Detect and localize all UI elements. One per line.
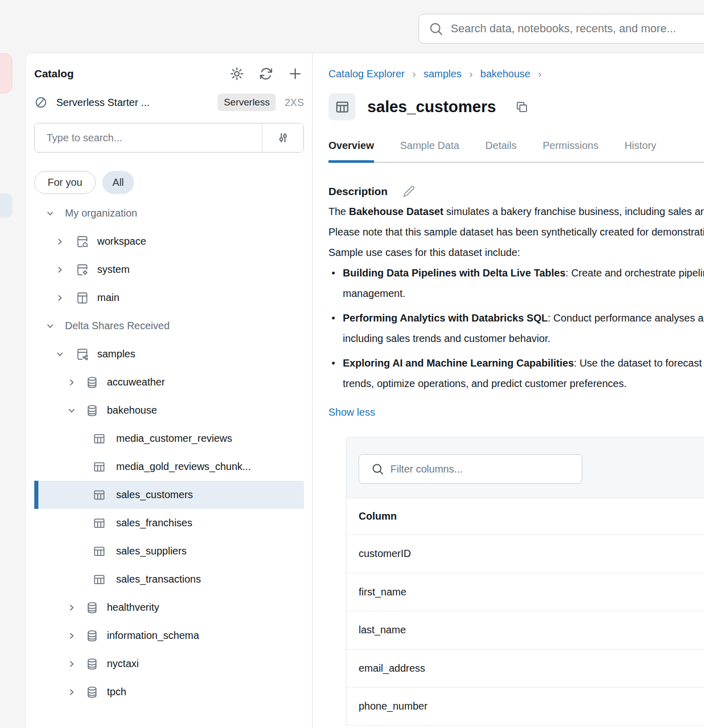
settings-gear-icon[interactable] [229, 66, 245, 81]
table-icon [93, 432, 106, 445]
tree-item-accuweather[interactable]: accuweather [34, 368, 304, 396]
left-rail-card-pink[interactable] [0, 53, 12, 93]
schema-database-icon [85, 629, 99, 643]
global-search-input[interactable] [451, 22, 704, 35]
column-row-phone-number: phone_number [346, 687, 704, 725]
filter-columns-box[interactable] [359, 454, 582, 484]
warehouse-size-label: 2XS [284, 97, 304, 109]
sidebar-search-box [34, 123, 304, 153]
chevron-right-icon[interactable] [54, 292, 65, 304]
description-line: Please note that this sample dataset has… [328, 222, 704, 242]
serverless-slashed-circle-icon [34, 96, 48, 109]
tree-item-nyctaxi[interactable]: nyctaxi [34, 650, 304, 678]
filter-pill-all[interactable]: All [102, 171, 134, 194]
title-row: sales_customers [328, 93, 704, 120]
column-row-customerID: customerID [346, 534, 704, 573]
top-header [0, 0, 704, 53]
filter-pill-for-you[interactable]: For you [34, 171, 96, 194]
catalog-system-icon [76, 263, 89, 276]
tab-overview[interactable]: Overview [328, 140, 374, 162]
breadcrumb-separator-icon: › [469, 68, 473, 80]
tree-item-sales-franchises[interactable]: sales_franchises [34, 509, 304, 537]
catalog-tree: My organization workspace system main [26, 199, 312, 706]
tree-item-bakehouse[interactable]: bakehouse [34, 396, 304, 424]
chevron-right-icon[interactable] [54, 236, 65, 247]
chevron-down-icon[interactable] [45, 320, 56, 332]
refresh-icon[interactable] [258, 66, 274, 81]
tab-bar: Overview Sample Data Details Permissions… [328, 138, 704, 163]
breadcrumb-catalog-explorer[interactable]: Catalog Explorer [328, 68, 405, 80]
breadcrumb-separator-icon: › [538, 68, 542, 80]
schema-database-icon [85, 686, 99, 699]
left-rail-card-blue[interactable] [0, 194, 12, 218]
columns-panel: Column customerID first_name last_name e… [346, 437, 704, 725]
column-row-last-name: last_name [346, 611, 704, 649]
tree-section-my-organization[interactable]: My organization [34, 199, 304, 227]
chevron-down-icon[interactable] [45, 208, 56, 219]
warehouse-selector[interactable]: Serverless Starter ... Serverless 2XS [34, 91, 304, 114]
sidebar-search-input[interactable] [35, 123, 262, 152]
catalog-sidebar: Catalog Serverless Starter ... Serverles… [26, 53, 313, 728]
columns-table: Column customerID first_name last_name e… [346, 498, 704, 725]
warehouse-name: Serverless Starter ... [56, 97, 217, 109]
description-header: Description [328, 185, 704, 198]
breadcrumb-bakehouse[interactable]: bakehouse [480, 68, 531, 80]
chevron-down-icon[interactable] [66, 405, 77, 416]
sidebar-filter-button[interactable] [262, 123, 303, 152]
chevron-right-icon[interactable] [66, 687, 77, 698]
bullet-marker: • [328, 263, 343, 304]
tree-item-media-gold-reviews-chunked[interactable]: media_gold_reviews_chunk... [34, 453, 304, 481]
chevron-right-icon[interactable] [66, 658, 77, 670]
chevron-right-icon[interactable] [66, 377, 77, 388]
column-row-first-name: first_name [346, 573, 704, 611]
schema-database-icon [85, 601, 99, 614]
description-body: The Bakehouse Dataset simulates a bakery… [328, 201, 704, 422]
global-search-bar[interactable] [419, 14, 704, 44]
tree-item-sales-customers[interactable]: sales_customers [34, 481, 304, 509]
sidebar-title: Catalog [34, 68, 229, 80]
tree-item-main[interactable]: main [34, 284, 304, 312]
description-bullet: • Exploring AI and Machine Learning Capa… [328, 353, 704, 394]
columns-filter-area [346, 437, 704, 498]
sliders-filter-icon [276, 131, 290, 144]
tree-section-delta-shares-received[interactable]: Delta Shares Received [34, 312, 304, 340]
bullet-marker: • [328, 353, 343, 394]
table-entity-icon [328, 93, 356, 120]
tree-item-sales-transactions[interactable]: sales_transactions [34, 565, 304, 593]
tree-item-samples[interactable]: samples [34, 340, 304, 368]
add-plus-icon[interactable] [288, 66, 303, 81]
catalog-explorer-page: Catalog Serverless Starter ... Serverles… [0, 0, 704, 728]
tab-permissions[interactable]: Permissions [543, 140, 599, 162]
chevron-right-icon[interactable] [66, 630, 77, 641]
serverless-badge: Serverless [217, 94, 276, 111]
tab-details[interactable]: Details [486, 140, 517, 162]
columns-table-header: Column [346, 498, 704, 534]
description-line: Sample use cases for this dataset includ… [328, 242, 704, 263]
tab-sample-data[interactable]: Sample Data [400, 140, 459, 162]
table-icon [93, 545, 106, 558]
bullet-marker: • [328, 308, 343, 349]
tree-item-workspace[interactable]: workspace [34, 227, 304, 255]
tree-item-system[interactable]: system [34, 255, 304, 284]
chevron-right-icon[interactable] [54, 264, 65, 275]
show-less-link[interactable]: Show less [328, 402, 375, 422]
table-icon [93, 488, 106, 502]
column-row-email-address: email_address [346, 649, 704, 688]
filter-columns-input[interactable] [390, 463, 575, 475]
edit-pencil-icon[interactable] [402, 185, 415, 198]
description-heading: Description [328, 185, 388, 198]
tree-item-tpch[interactable]: tpch [34, 678, 304, 706]
page-title: sales_customers [367, 98, 496, 116]
schema-database-icon [85, 657, 99, 671]
chevron-down-icon[interactable] [54, 349, 65, 360]
tree-item-sales-suppliers[interactable]: sales_suppliers [34, 537, 304, 565]
tree-item-information-schema[interactable]: information_schema [34, 622, 304, 650]
search-icon [428, 21, 444, 36]
breadcrumb-samples[interactable]: samples [424, 68, 461, 80]
chevron-right-icon[interactable] [66, 602, 77, 613]
schema-database-icon [85, 404, 99, 417]
copy-name-icon[interactable] [515, 100, 529, 114]
tree-item-media-customer-reviews[interactable]: media_customer_reviews [34, 424, 304, 453]
tree-item-healthverity[interactable]: healthverity [34, 593, 304, 622]
tab-history[interactable]: History [625, 140, 656, 162]
